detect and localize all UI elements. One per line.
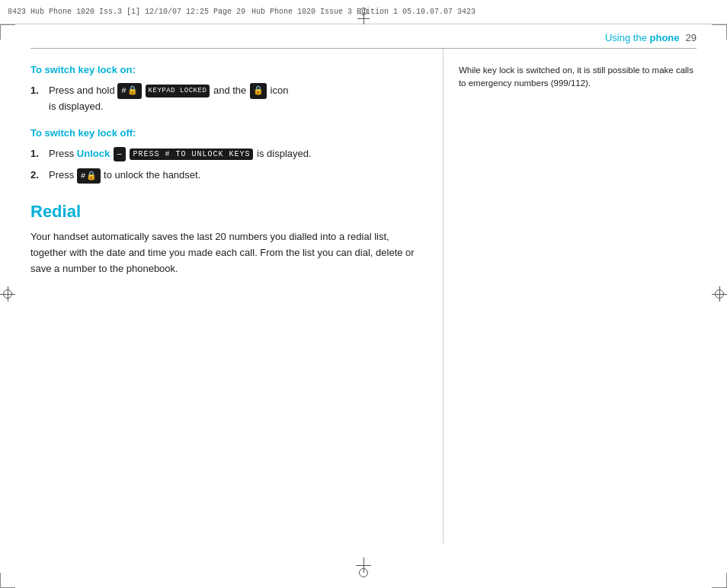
hash-lock-key-2: # 🔒 <box>77 168 101 184</box>
key-lock-on-heading: To switch key lock on: <box>30 64 428 75</box>
key-lock-off-section: To switch key lock off: 1. Press Unlock … <box>30 127 428 184</box>
crosshair-circle-bottom <box>359 568 368 577</box>
page-number: 29 <box>686 32 697 43</box>
corner-mark-tr <box>712 24 727 40</box>
right-column: While key lock is switched on, it is sti… <box>444 49 697 544</box>
step2-press: Press <box>49 169 77 181</box>
lock-symbol-2: 🔒 <box>86 170 97 183</box>
step1b-content: Press Unlock — PRESS # TO UNLOCK KEYS is… <box>49 146 428 161</box>
crosshair-circle-left <box>3 289 12 299</box>
step1-and: and the <box>213 85 249 96</box>
left-column: To switch key lock on: 1. Press and hold… <box>30 49 444 544</box>
page-section-phone: phone <box>650 32 680 43</box>
press-hash-display: PRESS # TO UNLOCK KEYS <box>130 149 253 160</box>
minus-key: — <box>114 147 126 161</box>
key-lock-off-heading: To switch key lock off: <box>30 127 428 139</box>
key-lock-on-step1: 1. Press and hold # 🔒 KEYPAD LOCKED and … <box>30 83 428 113</box>
unlock-link: Unlock <box>77 148 110 159</box>
print-header-left: 8423 Hub Phone 1020 Iss.3 [1] 12/10/07 1… <box>8 8 245 16</box>
step-number-1: 1. <box>30 83 49 98</box>
hash-symbol-2: # <box>81 170 86 183</box>
redial-text: Your handset automatically saves the las… <box>30 229 428 276</box>
redial-heading: Redial <box>30 202 428 222</box>
step2-content: Press # 🔒 to unlock the handset. <box>49 168 428 184</box>
crosshair-circle-top <box>360 8 367 15</box>
page-header: Using the phone 29 <box>30 24 697 49</box>
lock-icon-display: 🔒 <box>250 83 267 99</box>
hash-lock-key: # 🔒 <box>117 83 142 99</box>
corner-mark-br <box>712 573 727 588</box>
step-number-1b: 1. <box>30 146 49 161</box>
key-lock-off-step2: 2. Press # 🔒 to unlock the handset. <box>30 168 428 184</box>
corner-mark-bl <box>0 573 15 588</box>
lock-symbol: 🔒 <box>127 85 138 97</box>
keypad-locked-display: KEYPAD LOCKED <box>146 85 210 98</box>
redial-section: Redial Your handset automatically saves … <box>30 202 428 276</box>
key-lock-on-list: 1. Press and hold # 🔒 KEYPAD LOCKED and … <box>30 83 428 113</box>
key-lock-on-section: To switch key lock on: 1. Press and hold… <box>30 64 428 113</box>
step1b-press: Press <box>49 148 77 159</box>
step1-prefix: Press and hold <box>49 85 117 96</box>
corner-mark-tl <box>0 24 15 40</box>
step-number-2: 2. <box>30 168 49 183</box>
key-lock-off-step1: 1. Press Unlock — PRESS # TO UNLOCK KEYS… <box>30 146 428 161</box>
content-area: To switch key lock on: 1. Press and hold… <box>30 49 697 544</box>
step1b-suffix: is displayed. <box>257 148 312 159</box>
key-lock-off-list: 1. Press Unlock — PRESS # TO UNLOCK KEYS… <box>30 146 428 184</box>
page-container: Using the phone 29 To switch key lock on… <box>30 24 697 558</box>
hash-symbol: # <box>121 85 127 97</box>
crosshair-circle-right <box>715 289 724 299</box>
step2-suffix: to unlock the handset. <box>104 169 200 181</box>
page-section-using: Using the phone <box>605 32 680 43</box>
step1-content: Press and hold # 🔒 KEYPAD LOCKED and the… <box>49 83 428 113</box>
sidebar-note: While key lock is switched on, it is sti… <box>459 64 697 91</box>
